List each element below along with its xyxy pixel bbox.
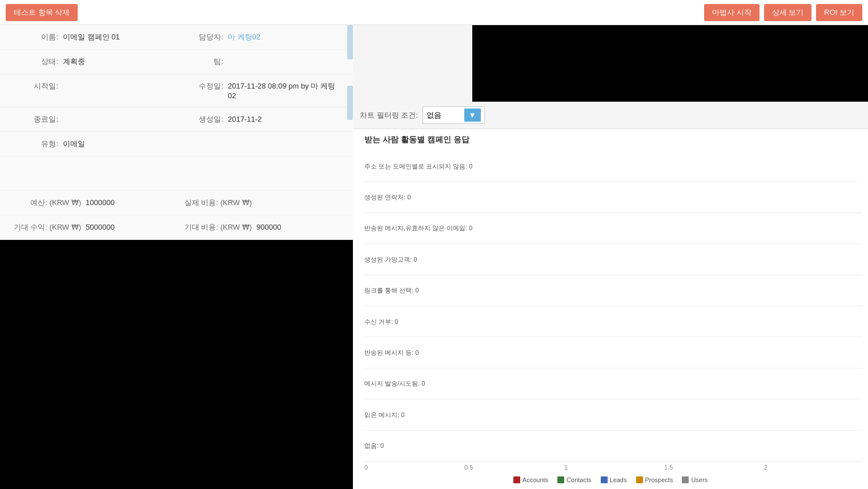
status-label: 상태: — [11, 57, 63, 67]
bar-row: 읽은 메시지: 0 — [364, 399, 862, 430]
field-row-name: 이름: 이메일 캠페인 01 담당자: 마 케팅02 — [0, 25, 353, 50]
field-row-revenue: 기대 수익: (KRW ₩) 5000000 기대 비용: (KRW ₩) 90… — [0, 215, 353, 240]
bar-label: 읽은 메시지: 0 — [364, 411, 507, 419]
bar-label: 생성된 가망고객: 0 — [364, 255, 507, 263]
filter-dropdown-button[interactable]: ▼ — [464, 109, 481, 122]
chart-area: 주소 또는 도메인별로 표시되지 않음: 0생성된 연락처: 0반송된 메시지,… — [353, 151, 868, 473]
bar-track — [507, 255, 862, 264]
x-axis-tick: 0.5 — [464, 464, 473, 471]
legend-item: Users — [682, 476, 708, 483]
bar-label: 반송된 메시지 등: 0 — [364, 348, 507, 356]
wizard-button[interactable]: 마법사 시작 — [704, 4, 760, 21]
expected-revenue-value: 5000000 — [86, 223, 115, 231]
expected-cost-label: 기대 비용: (KRW ₩) — [176, 222, 256, 233]
field-row-type: 유형: 이메일 — [0, 132, 353, 157]
spacer-row — [0, 157, 353, 191]
legend-color-box — [682, 476, 689, 483]
bar-label: 주소 또는 도메인별로 표시되지 않음: 0 — [364, 162, 507, 170]
name-label: 이름: — [11, 32, 63, 42]
name-value: 이메일 캠페인 01 — [63, 32, 120, 42]
legend-color-box — [636, 476, 643, 483]
bar-row: 링크를 통해 선택: 0 — [364, 275, 862, 306]
expected-cost-value: 900000 — [256, 223, 281, 231]
bar-track — [507, 441, 862, 450]
bar-label: 생성된 연락처: 0 — [364, 193, 507, 201]
bar-label: 반송된 메시지,유효하지 않은 이메일: 0 — [364, 224, 507, 232]
bar-track — [507, 379, 862, 388]
legend-color-box — [557, 476, 564, 483]
bar-chart: 주소 또는 도메인별로 표시되지 않음: 0생성된 연락처: 0반송된 메시지,… — [364, 151, 862, 462]
bar-track — [507, 224, 862, 233]
bar-track — [507, 410, 862, 419]
type-value: 이메일 — [63, 139, 85, 149]
created-value: 2017-11-2 — [228, 115, 262, 123]
legend-label: Contacts — [566, 476, 591, 483]
filter-select: 없음 ▼ — [423, 106, 485, 124]
assignee-value[interactable]: 마 케팅02 — [228, 32, 260, 42]
field-row-budget: 예산: (KRW ₩) 1000000 실제 비용: (KRW ₩) — [0, 191, 353, 215]
bar-track — [507, 348, 862, 357]
bar-label: 없음: 0 — [364, 442, 507, 450]
detail-button[interactable]: 상세 보기 — [764, 4, 812, 21]
legend-item: Leads — [601, 476, 627, 483]
detail-card: 이름: 이메일 캠페인 01 담당자: 마 케팅02 상태: 계획중 팀: 시 — [0, 25, 353, 240]
assignee-label: 담당자: — [176, 32, 228, 42]
bar-row: 생성된 연락처: 0 — [364, 182, 862, 213]
field-row-status: 상태: 계획중 팀: — [0, 50, 353, 74]
legend-label: Prospects — [645, 476, 673, 483]
filter-label: 차트 필터링 조건: — [360, 110, 418, 121]
bar-row: 생성된 가망고객: 0 — [364, 244, 862, 275]
x-axis-tick: 1 — [564, 464, 568, 471]
toolbar: 테스트 항목 삭제 마법사 시작 상세 보기 ROI 보기 — [0, 0, 868, 25]
x-axis-tick: 1.5 — [664, 464, 673, 471]
bar-label: 수신 거부: 0 — [364, 318, 507, 326]
scrollbar-thumb-1[interactable] — [347, 25, 353, 59]
bar-row: 메시지 발송/시도됨: 0 — [364, 368, 862, 399]
roi-button[interactable]: ROI 보기 — [816, 4, 862, 21]
bar-row: 없음: 0 — [364, 431, 862, 462]
bar-label: 메시지 발송/시도됨: 0 — [364, 379, 507, 387]
legend-label: Users — [691, 476, 708, 483]
start-label: 시작일: — [11, 81, 63, 91]
legend-item: Contacts — [557, 476, 591, 483]
legend-label: Leads — [610, 476, 627, 483]
x-axis-tick: 2 — [764, 464, 767, 471]
budget-value: 1000000 — [86, 198, 115, 207]
created-label: 생성일: — [176, 114, 228, 125]
chart-title: 받는 사람 활동별 캠페인 응답 — [353, 129, 868, 151]
filter-bar: 차트 필터링 조건: 없음 ▼ — [353, 102, 868, 129]
bar-track — [507, 162, 862, 171]
end-label: 종료일: — [11, 114, 63, 125]
bar-track — [507, 317, 862, 326]
bar-track — [507, 193, 862, 202]
bar-row: 수신 거부: 0 — [364, 306, 862, 337]
expected-revenue-label: 기대 수익: (KRW ₩) — [11, 222, 86, 233]
delete-button[interactable]: 테스트 항목 삭제 — [6, 4, 78, 21]
field-row-end: 종료일: 생성일: 2017-11-2 — [0, 107, 353, 132]
type-label: 유형: — [11, 139, 63, 149]
bar-track — [507, 286, 862, 295]
x-axis-tick: 0 — [364, 464, 368, 471]
scrollbar-thumb-2[interactable] — [347, 86, 353, 120]
budget-label: 예산: (KRW ₩) — [11, 198, 86, 208]
actual-cost-label: 실제 비용: (KRW ₩) — [176, 198, 256, 208]
legend-color-box — [513, 476, 520, 483]
filter-value: 없음 — [427, 110, 441, 121]
bar-label: 링크를 통해 선택: 0 — [364, 286, 507, 294]
legend-color-box — [601, 476, 608, 483]
bar-row: 반송된 메시지,유효하지 않은 이메일: 0 — [364, 213, 862, 244]
chart-panel: 차트 필터링 조건: 없음 ▼ 받는 사람 활동별 캠페인 응답 주소 또는 도… — [353, 102, 868, 489]
chart-legend: AccountsContactsLeadsProspectsUsers — [353, 473, 868, 489]
modified-value: 2017-11-28 08:09 pm by 마 케팅02 — [228, 81, 341, 100]
team-label: 팀: — [176, 57, 228, 67]
legend-label: Accounts — [523, 476, 548, 483]
status-value: 계획중 — [63, 57, 85, 67]
x-axis: 00.511.52 — [364, 462, 862, 473]
modified-label: 수정일: — [176, 81, 228, 91]
legend-item: Prospects — [636, 476, 673, 483]
field-row-start: 시작일: 수정일: 2017-11-28 08:09 pm by 마 케팅02 — [0, 74, 353, 107]
bar-row: 주소 또는 도메인별로 표시되지 않음: 0 — [364, 151, 862, 182]
bar-row: 반송된 메시지 등: 0 — [364, 337, 862, 368]
legend-item: Accounts — [513, 476, 548, 483]
